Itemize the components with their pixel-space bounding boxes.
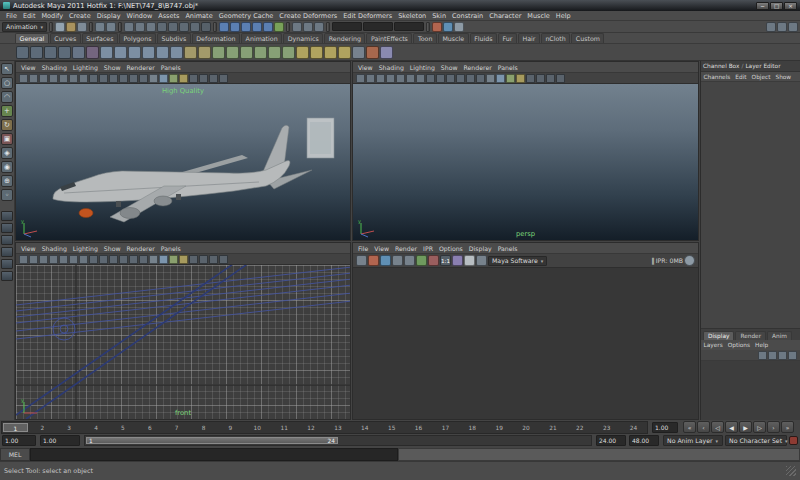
bookmarks-icon[interactable]: [386, 74, 395, 83]
status-input-field-1[interactable]: [332, 22, 362, 31]
shadows-icon[interactable]: [189, 255, 198, 264]
frame-tick[interactable]: 13: [325, 422, 352, 433]
render-view-menu-item[interactable]: Render: [392, 245, 420, 252]
new-layer-icon[interactable]: [778, 351, 787, 360]
undo-icon[interactable]: [95, 22, 105, 32]
shadows-icon[interactable]: [526, 74, 535, 83]
rotate-tool-icon[interactable]: ↻: [1, 119, 13, 131]
persp-graph-layout-icon[interactable]: [44, 46, 57, 59]
point-light-icon[interactable]: [324, 46, 337, 59]
close-button[interactable]: ×: [784, 2, 797, 10]
viewport-menu-item[interactable]: Panels: [495, 64, 521, 71]
grease-pencil-icon[interactable]: [79, 255, 88, 264]
current-frame-field[interactable]: [652, 422, 678, 433]
menu-item[interactable]: Create: [66, 12, 94, 20]
viewport-menu-item[interactable]: Panels: [158, 245, 184, 252]
persp-outliner-layout-icon[interactable]: [30, 46, 43, 59]
status-input-field-2[interactable]: [363, 22, 393, 31]
frame-tick[interactable]: 5: [110, 422, 137, 433]
shelf-tab[interactable]: Toon: [413, 33, 436, 43]
animation-start-field[interactable]: [2, 435, 36, 446]
snap-to-projected-center-icon[interactable]: [252, 22, 262, 32]
frame-tick[interactable]: 16: [405, 422, 432, 433]
orange-engine-inlet[interactable]: [79, 209, 93, 218]
viewport-menu-item[interactable]: Shading: [39, 64, 70, 71]
anim-layer-dropdown[interactable]: No Anim Layer ▾: [663, 435, 723, 446]
show-channel-box-icon[interactable]: [788, 22, 798, 32]
paint-selection-tool-icon[interactable]: ◠: [1, 91, 13, 103]
frame-tick[interactable]: 7: [163, 422, 190, 433]
frame-tick[interactable]: 9: [217, 422, 244, 433]
render-view-menu-item[interactable]: Panels: [495, 245, 521, 252]
menu-item[interactable]: Geometry Cache: [216, 12, 277, 20]
menu-item[interactable]: Skin: [429, 12, 449, 20]
poly-cube-icon[interactable]: [226, 46, 239, 59]
poly-torus-icon[interactable]: [282, 46, 295, 59]
frame-tick[interactable]: 21: [540, 422, 567, 433]
resolution-gate-icon[interactable]: [99, 255, 108, 264]
screen-space-ao-icon[interactable]: [199, 255, 208, 264]
wireframe-mode-icon[interactable]: [486, 74, 495, 83]
viewport-menu-item[interactable]: Renderer: [124, 64, 158, 71]
layer-editor-tab[interactable]: Display: [703, 331, 734, 340]
title-bar[interactable]: Autodesk Maya 2011 Hotfix 1: F:\NET\747_…: [0, 0, 800, 11]
lock-camera-icon[interactable]: [29, 255, 38, 264]
menu-item[interactable]: Muscle: [524, 12, 553, 20]
renderer-dropdown[interactable]: Maya Software ▾: [488, 256, 547, 266]
show-attribute-editor-icon[interactable]: [766, 22, 776, 32]
play-backwards-button[interactable]: ◀: [725, 421, 738, 433]
persp-view-canvas[interactable]: High Quality: [16, 84, 350, 240]
persp-outliner-layout-icon[interactable]: [1, 235, 13, 245]
render-view-icon[interactable]: [86, 46, 99, 59]
gate-mask-icon[interactable]: [109, 255, 118, 264]
resolution-gate-icon[interactable]: [99, 74, 108, 83]
layer-editor-menu-item[interactable]: Options: [725, 342, 752, 348]
paint-effects-icon[interactable]: [366, 46, 379, 59]
isolate-select-icon[interactable]: [209, 255, 218, 264]
command-line-result-area[interactable]: [398, 448, 800, 461]
xray-icon[interactable]: [219, 255, 228, 264]
frame-tick[interactable]: 12: [298, 422, 325, 433]
layer-move-up-icon[interactable]: [758, 351, 767, 360]
frame-tick[interactable]: 22: [566, 422, 593, 433]
snap-to-grids-icon[interactable]: [219, 22, 229, 32]
frame-tick[interactable]: 3: [56, 422, 83, 433]
field-chart-icon[interactable]: [119, 255, 128, 264]
shelf-tab[interactable]: Subdivs: [157, 33, 191, 43]
four-pane-layout-icon[interactable]: [1, 223, 13, 233]
viewport-menu-item[interactable]: Lighting: [70, 245, 101, 252]
render-current-frame-icon[interactable]: [432, 22, 442, 32]
hypershade-persp-layout-icon[interactable]: [58, 46, 71, 59]
safe-action-icon[interactable]: [129, 74, 138, 83]
frame-tick[interactable]: 19: [486, 422, 513, 433]
use-all-lights-icon[interactable]: [516, 74, 525, 83]
screen-space-ao-icon[interactable]: [199, 74, 208, 83]
isolate-select-icon[interactable]: [546, 74, 555, 83]
camera-icon[interactable]: [352, 46, 365, 59]
layer-editor-menu-item[interactable]: Help: [753, 342, 771, 348]
frame-tick[interactable]: 18: [459, 422, 486, 433]
new-scene-icon[interactable]: [55, 22, 65, 32]
shaded-mode-icon[interactable]: [159, 255, 168, 264]
status-group-divider[interactable]: [118, 22, 122, 32]
viewport-menu-item[interactable]: Lighting: [70, 64, 101, 71]
shelf-tab[interactable]: Deformation: [192, 33, 240, 43]
new-empty-layer-icon[interactable]: [768, 351, 777, 360]
new-layer-from-selected-icon[interactable]: [788, 351, 797, 360]
safe-action-icon[interactable]: [129, 255, 138, 264]
xray-icon[interactable]: [219, 74, 228, 83]
go-to-start-button[interactable]: «: [683, 421, 696, 433]
field-chart-icon[interactable]: [456, 74, 465, 83]
wireframe-mode-icon[interactable]: [149, 74, 158, 83]
status-group-divider[interactable]: [326, 22, 330, 32]
shelf-tab[interactable]: Curves: [50, 33, 81, 43]
render-view-menu-item[interactable]: File: [355, 245, 371, 252]
show-tool-settings-icon[interactable]: [777, 22, 787, 32]
menu-item[interactable]: Modify: [38, 12, 66, 20]
bookmarks-icon[interactable]: [49, 74, 58, 83]
use-all-lights-icon[interactable]: [179, 255, 188, 264]
single-pane-layout-icon[interactable]: [1, 211, 13, 221]
front-view-canvas[interactable]: front y: [16, 265, 350, 419]
redo-icon[interactable]: [106, 22, 116, 32]
status-group-divider[interactable]: [49, 22, 53, 32]
